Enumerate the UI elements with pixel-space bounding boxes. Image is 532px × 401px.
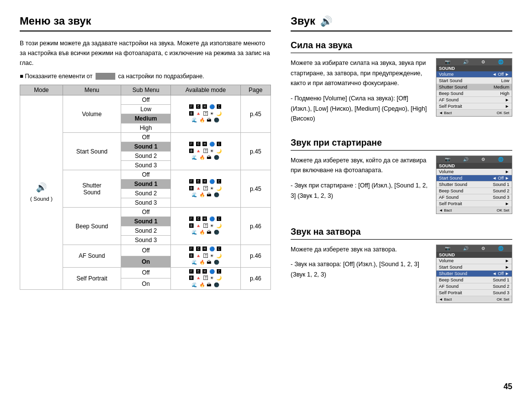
selfportrait-menu: Self Portrait (63, 267, 121, 290)
startsound-menu: Start Sound (63, 133, 121, 170)
col-mode: Mode (20, 85, 63, 95)
volume-menu: Volume (63, 95, 121, 133)
col-menu: Menu (63, 85, 121, 95)
cs-topbar3: 📷🔊⚙🌐 (436, 245, 512, 252)
cs-row-selfportrait2: Self Portrait► (436, 201, 512, 207)
sub-sound3c: Sound 3 (121, 236, 171, 245)
page-number: 45 (503, 382, 512, 391)
cs-topbar2: 📷🔊⚙🌐 (436, 156, 512, 163)
section-shuttersound: Звук на затвора 📷🔊⚙🌐 SOUND Volume► Start… (291, 227, 512, 307)
sub-off6: Off (121, 267, 171, 278)
intro-text: В този режим можете да задавате настройк… (20, 38, 271, 68)
sub-off: Off (121, 95, 171, 105)
beepsound-menu: Beep Sound (63, 208, 121, 245)
cs-row-afsound: AF Sound► (436, 97, 512, 103)
cs-row-beepsound: Beep SoundHigh (436, 91, 512, 97)
sub-sound1c: Sound 1 (121, 217, 171, 226)
section-shuttersound-heading: Звук на затвора (291, 227, 512, 240)
cs-row-shuttersound2: Shutter SoundSound 1 (436, 182, 512, 188)
volume-page: p.45 (240, 95, 270, 133)
left-panel: Меню за звук В този режим можете да зада… (20, 15, 271, 386)
col-available: Available mode (171, 85, 241, 95)
shuttersound-menu: ShutterSound (63, 170, 121, 208)
sound-icon-right: 🔊 (320, 15, 332, 27)
camera-screen-startsound: 📷🔊⚙🌐 SOUND Volume► Start Sound◄ Off ► Sh… (436, 155, 512, 214)
sub-sound1b: Sound 1 (121, 180, 171, 189)
camera-screen-shuttersound: 📷🔊⚙🌐 SOUND Volume► Start Sound► Shutter … (436, 245, 512, 303)
sub-on2: On (121, 278, 171, 290)
left-title: Меню за звук (20, 15, 271, 31)
cs-bottom: ◄ BactOK Set (436, 110, 512, 116)
cs-row-afsound2: AF SoundSound 3 (436, 194, 512, 201)
main-table: Mode Menu Sub Menu Available mode Page 🔊… (20, 85, 271, 290)
right-title: Звук 🔊 (291, 15, 512, 31)
cs-row-selfportrait3: Self PortraitSound 3 (436, 290, 512, 296)
sound-label: ( Sound ) (30, 196, 52, 202)
table-row: 🔊 ( Sound ) Volume Off 🅿 🅶 🅼 🔵 🅲 🅱 🔺 🅃 ☀… (20, 95, 271, 105)
section-startsound: Звук при стартиране 📷🔊⚙🌐 SOUND Volume► S… (291, 138, 512, 218)
beepsound-icons: 🅿 🅶 🅼 🔵 🅲 🅱 🔺 🅃 ☀ 🌙 🌊 🔥 🏔 🌑 (171, 208, 241, 245)
section-startsound-heading: Звук при стартиране (291, 138, 512, 151)
sub-low: Low (121, 105, 171, 114)
section-startsound-content: 📷🔊⚙🌐 SOUND Volume► Start Sound◄ Off ► Sh… (291, 155, 512, 218)
afsound-page: p.46 (240, 245, 270, 268)
cs-topbar: 📷🔊⚙🌐 (436, 59, 512, 65)
cs-row-beepsound2: Beep SoundSound 2 (436, 188, 512, 194)
sub-on: On (121, 256, 171, 267)
cs-row-volume3: Volume► (436, 258, 512, 264)
section-volume-content: 📷🔊⚙🌐 SOUND Volume◄ Off ► Start SoundLow … (291, 58, 512, 129)
cs-row-startsound: Start SoundLow (436, 78, 512, 84)
afsound-menu: AF Sound (63, 245, 121, 268)
default-note: ■ Показаните елементи от са настройки по… (20, 73, 271, 80)
col-page: Page (240, 85, 270, 95)
right-title-text: Звук (291, 15, 315, 28)
sub-off3: Off (121, 170, 171, 180)
page-content: Меню за звук В този режим можете да зада… (0, 0, 532, 401)
default-box (96, 73, 115, 80)
section-shuttersound-content: 📷🔊⚙🌐 SOUND Volume► Start Sound► Shutter … (291, 245, 512, 307)
shuttersound-icons: 🅿 🅶 🅼 🔵 🅲 🅱 🔺 🅃 ☀ 🌙 🌊 🔥 🏔 🌑 (171, 170, 241, 208)
sub-off5: Off (121, 245, 171, 256)
cs-row-afsound3: AF SoundSound 2 (436, 283, 512, 290)
cs-row-beepsound3: Beep SoundSound 1 (436, 277, 512, 283)
sound-icon: 🔊 (36, 183, 47, 192)
section-volume-heading: Сила на звука (291, 40, 512, 53)
sub-sound2c: Sound 2 (121, 226, 171, 236)
right-panel: Звук 🔊 Сила на звука 📷🔊⚙🌐 SOUND Volume◄ … (291, 15, 512, 386)
afsound-icons: 🅿 🅶 🅼 🔵 🅲 🅱 🔺 🅃 ☀ 🌙 🌊 🔥 🏔 🌑 (171, 245, 241, 268)
default-note-prefix: ■ Показаните елементи от (20, 73, 93, 80)
cs-title3: SOUND (436, 252, 512, 258)
sub-sound2: Sound 2 (121, 152, 171, 161)
sub-off2: Off (121, 133, 171, 142)
cs-row-volume2: Volume► (436, 169, 512, 175)
col-submenu: Sub Menu (121, 85, 171, 95)
cs-row-volume: Volume◄ Off ► (436, 71, 512, 78)
shuttersound-page: p.45 (240, 170, 270, 208)
cs-row-startsound2: Start Sound◄ Off ► (436, 175, 512, 182)
sub-high: High (121, 123, 171, 133)
cs-bottom3: ◄ BactOK Set (436, 296, 512, 303)
camera-screen-volume: 📷🔊⚙🌐 SOUND Volume◄ Off ► Start SoundLow … (436, 58, 512, 117)
cs-row-shuttersound: Shutter SoundMedium (436, 84, 512, 91)
sub-medium: Medium (121, 114, 171, 123)
sub-off4: Off (121, 208, 171, 217)
cs-row-selfportrait: Self Portrait► (436, 103, 512, 110)
cs-title2: SOUND (436, 163, 512, 169)
default-note-suffix: са настройки по подразбиране. (118, 73, 204, 80)
startsound-page: p.45 (240, 133, 270, 170)
sub-sound1: Sound 1 (121, 142, 171, 152)
section-volume: Сила на звука 📷🔊⚙🌐 SOUND Volume◄ Off ► S… (291, 40, 512, 129)
cs-bottom2: ◄ BactOK Set (436, 207, 512, 214)
selfportrait-page: p.46 (240, 267, 270, 290)
beepsound-page: p.46 (240, 208, 270, 245)
volume-icons: 🅿 🅶 🅼 🔵 🅲 🅱 🔺 🅃 ☀ 🌙 🌊 🔥 🏔 🌑 (171, 95, 241, 133)
sub-sound2b: Sound 2 (121, 189, 171, 198)
cs-title: SOUND (436, 65, 512, 71)
sub-sound3b: Sound 3 (121, 198, 171, 208)
startsound-icons: 🅿 🅶 🅼 🔵 🅲 🅱 🔺 🅃 ☀ 🌙 🌊 🔥 🏔 🌑 (171, 133, 241, 170)
page-wrapper: Меню за звук В този режим можете да зада… (0, 0, 532, 401)
cs-row-startsound3: Start Sound► (436, 264, 512, 271)
mode-cell: 🔊 ( Sound ) (20, 95, 63, 290)
cs-row-shuttersound3: Shutter Sound◄ Off ► (436, 271, 512, 277)
sub-sound3: Sound 3 (121, 161, 171, 170)
